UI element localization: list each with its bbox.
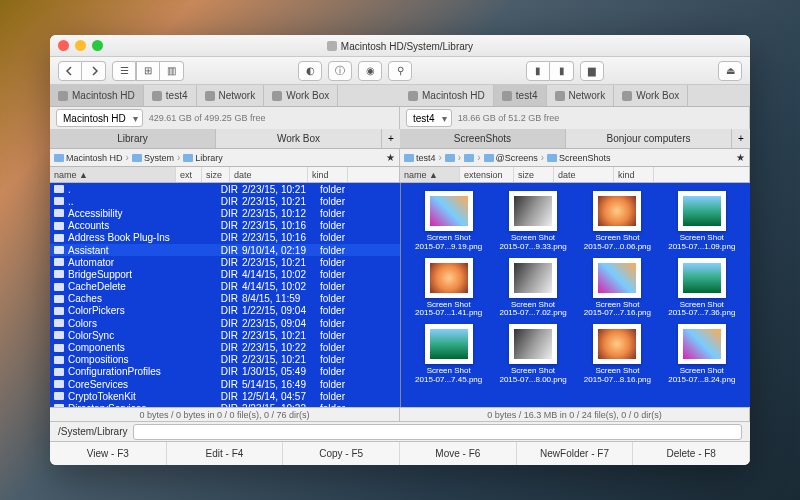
fn-key[interactable]: Move - F6 xyxy=(400,442,517,465)
list-item[interactable]: AssistantDIR9/10/14, 02:19folder xyxy=(50,244,400,256)
location-tab[interactable]: test4 xyxy=(494,85,547,106)
favorite-icon[interactable]: ★ xyxy=(736,152,745,163)
fn-key[interactable]: Edit - F4 xyxy=(167,442,284,465)
thumbnail-label: Screen Shot2015-07...7.02.png xyxy=(499,301,566,319)
thumbnail-item[interactable]: Screen Shot2015-07...1.09.png xyxy=(662,191,742,252)
location-tab[interactable]: test4 xyxy=(144,85,197,106)
column-header[interactable]: name ▲ xyxy=(50,167,176,182)
column-header[interactable]: date xyxy=(554,167,614,182)
column-headers: name ▲extsizedatekind name ▲extensionsiz… xyxy=(50,167,750,183)
fn-key[interactable]: View - F3 xyxy=(50,442,167,465)
thumbnail-image xyxy=(509,324,557,364)
breadcrumb-item[interactable]: Library xyxy=(183,153,223,163)
drive-icon xyxy=(502,91,512,101)
folder-tab[interactable]: Work Box xyxy=(216,129,382,148)
list-item[interactable]: ..DIR2/23/15, 10:21folder xyxy=(50,195,400,207)
list-item[interactable]: ColorsDIR2/23/15, 09:04folder xyxy=(50,317,400,329)
list-item[interactable]: ConfigurationProfilesDIR1/30/15, 05:49fo… xyxy=(50,366,400,378)
forward-button[interactable] xyxy=(82,61,106,81)
quicklook-button[interactable]: ◉ xyxy=(358,61,382,81)
thumbnail-image xyxy=(593,258,641,298)
close-icon[interactable] xyxy=(58,40,69,51)
breadcrumb-item[interactable]: › xyxy=(445,152,462,163)
thumbnail-item[interactable]: Screen Shot2015-07...8.00.png xyxy=(493,324,573,385)
folder-tab[interactable]: Library xyxy=(50,129,216,148)
list-item[interactable]: ComponentsDIR2/23/15, 10:22folder xyxy=(50,341,400,353)
thumbnail-item[interactable]: Screen Shot2015-07...7.36.png xyxy=(662,258,742,319)
favorite-icon[interactable]: ★ xyxy=(386,152,395,163)
pane-left-button[interactable]: ▮ xyxy=(526,61,550,81)
folder-tab[interactable]: ScreenShots xyxy=(400,129,566,148)
path-input[interactable] xyxy=(133,424,742,440)
column-header[interactable]: size xyxy=(202,167,230,182)
thumbnail-item[interactable]: Screen Shot2015-07...8.24.png xyxy=(662,324,742,385)
list-item[interactable]: AccessibilityDIR2/23/15, 10:12folder xyxy=(50,207,400,219)
drive-icon xyxy=(152,91,162,101)
fn-key[interactable]: Delete - F8 xyxy=(633,442,750,465)
drive-select-left[interactable]: Macintosh HD xyxy=(56,109,143,127)
list-item[interactable]: AutomatorDIR2/23/15, 10:21folder xyxy=(50,256,400,268)
thumbnail-item[interactable]: Screen Shot2015-07...7.16.png xyxy=(577,258,657,319)
list-item[interactable]: CompositionsDIR2/23/15, 10:21folder xyxy=(50,354,400,366)
fn-key[interactable]: NewFolder - F7 xyxy=(517,442,634,465)
location-tab[interactable]: Macintosh HD xyxy=(50,85,144,106)
folder-tab[interactable]: Bonjour computers xyxy=(566,129,732,148)
zoom-icon[interactable] xyxy=(92,40,103,51)
thumbnail-item[interactable]: Screen Shot2015-07...1.41.png xyxy=(409,258,489,319)
list-item[interactable]: Address Book Plug-InsDIR2/23/15, 10:16fo… xyxy=(50,232,400,244)
location-tab[interactable]: Macintosh HD xyxy=(400,85,494,106)
list-item[interactable]: CoreServicesDIR5/14/15, 16:49folder xyxy=(50,378,400,390)
titlebar[interactable]: Macintosh HD/System/Library xyxy=(50,35,750,57)
thumbnail-item[interactable]: Screen Shot2015-07...7.45.png xyxy=(409,324,489,385)
column-header[interactable]: extension xyxy=(460,167,514,182)
list-item[interactable]: DirectoryServicesDIR2/23/15, 10:22folder xyxy=(50,402,400,407)
pane-right-button[interactable]: ▮ xyxy=(550,61,574,81)
column-header[interactable]: kind xyxy=(614,167,654,182)
list-item[interactable]: CachesDIR8/4/15, 11:59folder xyxy=(50,293,400,305)
list-item[interactable]: CacheDeleteDIR4/14/15, 10:02folder xyxy=(50,281,400,293)
column-header[interactable]: kind xyxy=(308,167,348,182)
thumbnail-item[interactable]: Screen Shot2015-07...7.02.png xyxy=(493,258,573,319)
location-tab[interactable]: Network xyxy=(197,85,265,106)
back-button[interactable] xyxy=(58,61,82,81)
column-header[interactable]: name ▲ xyxy=(400,167,460,182)
column-header[interactable]: ext xyxy=(176,167,202,182)
list-item[interactable]: .DIR2/23/15, 10:21folder xyxy=(50,183,400,195)
column-header[interactable]: size xyxy=(514,167,554,182)
column-header[interactable]: date xyxy=(230,167,308,182)
breadcrumb-item[interactable]: @Screens› xyxy=(484,152,546,163)
thumbnail-item[interactable]: Screen Shot2015-07...9.33.png xyxy=(493,191,573,252)
drive-select-right[interactable]: test4 xyxy=(406,109,452,127)
add-tab-button[interactable]: + xyxy=(732,129,750,148)
list-item[interactable]: BridgeSupportDIR4/14/15, 10:02folder xyxy=(50,268,400,280)
view-column-button[interactable]: ▥ xyxy=(160,61,184,81)
fn-key[interactable]: Copy - F5 xyxy=(283,442,400,465)
view-list-button[interactable]: ☰ xyxy=(112,61,136,81)
list-item[interactable]: AccountsDIR2/23/15, 10:16folder xyxy=(50,220,400,232)
drive-bar: Macintosh HD 429.61 GB of 499.25 GB free… xyxy=(50,107,750,129)
info-button[interactable]: ⓘ xyxy=(328,61,352,81)
list-item[interactable]: ColorPickersDIR1/22/15, 09:04folder xyxy=(50,305,400,317)
location-tab[interactable]: Work Box xyxy=(264,85,338,106)
toggle-button[interactable]: ◐ xyxy=(298,61,322,81)
list-pane-left[interactable]: .DIR2/23/15, 10:21folder..DIR2/23/15, 10… xyxy=(50,183,401,407)
breadcrumb-item[interactable]: System› xyxy=(132,152,181,163)
breadcrumb-item[interactable]: ScreenShots xyxy=(547,153,611,163)
minimize-icon[interactable] xyxy=(75,40,86,51)
thumbnail-item[interactable]: Screen Shot2015-07...8.16.png xyxy=(577,324,657,385)
thumbnail-item[interactable]: Screen Shot2015-07...9.19.png xyxy=(409,191,489,252)
breadcrumb-item[interactable]: › xyxy=(464,152,481,163)
view-icon-button[interactable]: ⊞ xyxy=(136,61,160,81)
breadcrumb-item[interactable]: Macintosh HD› xyxy=(54,152,130,163)
folder-button[interactable]: ▆ xyxy=(580,61,604,81)
list-item[interactable]: CryptoTokenKitDIR12/5/14, 04:57folder xyxy=(50,390,400,402)
breadcrumb-item[interactable]: test4› xyxy=(404,152,443,163)
search-button[interactable]: ⚲ xyxy=(388,61,412,81)
thumbnail-item[interactable]: Screen Shot2015-07...0.06.png xyxy=(577,191,657,252)
eject-button[interactable]: ⏏ xyxy=(718,61,742,81)
list-item[interactable]: ColorSyncDIR2/23/15, 10:21folder xyxy=(50,329,400,341)
location-tab[interactable]: Network xyxy=(547,85,615,106)
location-tab[interactable]: Work Box xyxy=(614,85,688,106)
add-tab-button[interactable]: + xyxy=(382,129,400,148)
icon-pane-right[interactable]: Screen Shot2015-07...9.19.pngScreen Shot… xyxy=(401,183,751,407)
